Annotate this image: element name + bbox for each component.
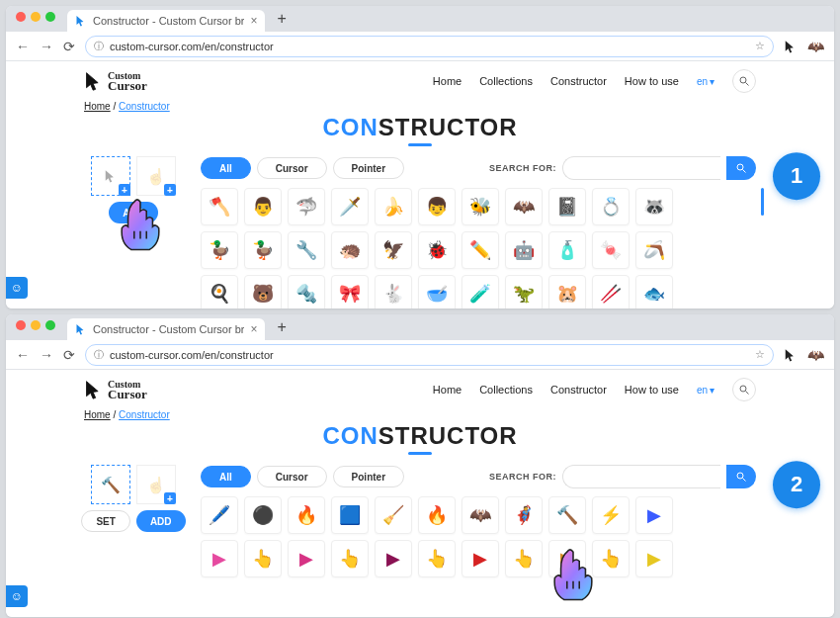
grid-cell[interactable]: 🦆 [244,231,282,269]
site-info-icon[interactable]: ⓘ [94,348,104,362]
forward-icon[interactable]: → [40,347,53,363]
filter-cursor[interactable]: Cursor [257,157,327,179]
close-tab-icon[interactable]: × [250,14,257,28]
add-button[interactable]: ADD [109,202,158,223]
grid-cell[interactable]: 🍌 [375,188,412,225]
close-window-icon[interactable] [16,320,26,330]
filter-cursor[interactable]: Cursor [257,466,327,487]
grid-cell[interactable]: 🧪 [462,275,499,309]
grid-cell[interactable]: ▶ [635,540,673,577]
feedback-tab[interactable]: ☺ [6,585,28,607]
maximize-window-icon[interactable] [45,320,55,330]
browser-tab[interactable]: Constructor - Custom Cursor br × [67,318,265,340]
grid-cell[interactable]: 👆 [331,540,369,577]
breadcrumb-home[interactable]: Home [84,101,111,112]
site-logo[interactable]: Custom Cursor [84,71,147,92]
grid-cell[interactable]: ▶ [548,540,586,577]
grid-cell[interactable]: ✏️ [462,231,499,269]
grid-cell[interactable]: 🖊️ [201,496,238,534]
grid-cell[interactable]: 🔥 [418,496,456,534]
nav-collections[interactable]: Collections [479,75,533,87]
grid-cell[interactable]: 🪃 [635,231,673,269]
scrollbar-thumb[interactable] [761,188,764,216]
grid-cell[interactable]: 🍬 [592,231,630,269]
grid-cell[interactable]: 🦖 [505,275,543,309]
grid-cell[interactable]: 🪓 [201,188,238,225]
pointer-slot[interactable]: ☝ + [136,156,176,196]
filter-all[interactable]: All [201,466,251,487]
grid-cell[interactable]: 👆 [244,540,282,577]
grid-cell[interactable]: 🐟 [635,275,673,309]
grid-cell[interactable]: 👆 [592,540,630,577]
grid-cell[interactable]: 🎀 [331,275,369,309]
grid-cell[interactable]: 🦸 [505,496,543,534]
grid-cell[interactable]: 🦔 [331,231,369,269]
grid-cell[interactable]: 🟦 [331,496,369,534]
grid-cell[interactable]: 🦇 [462,496,499,534]
grid-cell[interactable]: 🔥 [288,496,325,534]
nav-home[interactable]: Home [433,384,462,396]
reload-icon[interactable]: ⟳ [63,347,75,363]
browser-tab[interactable]: Constructor - Custom Cursor br × [67,10,265,32]
add-button[interactable]: ADD [136,510,186,532]
feedback-tab[interactable]: ☺ [6,277,28,299]
url-bar[interactable]: ⓘ custom-cursor.com/en/constructor ☆ [85,36,774,57]
grid-cell[interactable]: ⚫ [244,496,282,534]
grid-cell[interactable]: 🔩 [288,275,325,309]
grid-cell[interactable]: 🦅 [375,231,412,269]
grid-cell[interactable]: ▶ [375,540,412,577]
lang-switcher[interactable]: en ▾ [697,76,714,87]
grid-cell[interactable]: ⚡ [592,496,630,534]
grid-cell[interactable]: 📓 [548,188,586,225]
url-bar[interactable]: ⓘ custom-cursor.com/en/constructor ☆ [85,344,774,366]
extension-icon[interactable]: 🦇 [807,347,824,363]
nav-howto[interactable]: How to use [625,384,679,396]
grid-cell[interactable]: 🥢 [592,275,630,309]
maximize-window-icon[interactable] [45,12,55,22]
minimize-window-icon[interactable] [31,320,41,330]
forward-icon[interactable]: → [40,39,53,54]
cursor-slot[interactable]: 🔨 [91,465,130,504]
grid-cell[interactable]: 🧹 [375,496,412,534]
pointer-slot[interactable]: ☝ + [136,465,176,504]
close-window-icon[interactable] [16,12,26,22]
nav-constructor[interactable]: Constructor [550,384,607,396]
grid-cell[interactable]: 🤖 [505,231,543,269]
bookmark-icon[interactable]: ☆ [755,40,765,52]
nav-collections[interactable]: Collections [479,384,533,396]
back-icon[interactable]: ← [16,39,30,54]
grid-cell[interactable]: 👆 [418,540,456,577]
grid-cell[interactable]: ▶ [288,540,325,577]
grid-cell[interactable]: 🥣 [418,275,456,309]
grid-cell[interactable]: ▶ [462,540,499,577]
search-input[interactable] [562,156,720,180]
site-info-icon[interactable]: ⓘ [94,40,104,53]
nav-howto[interactable]: How to use [625,75,679,87]
grid-cell[interactable]: 💍 [592,188,630,225]
search-button[interactable] [726,465,756,488]
grid-cell[interactable]: ▶ [635,496,673,534]
grid-cell[interactable]: 🔨 [548,496,586,534]
reload-icon[interactable]: ⟳ [63,39,75,54]
nav-constructor[interactable]: Constructor [550,75,607,87]
grid-cell[interactable]: 🗡️ [331,188,369,225]
new-tab-button[interactable]: + [271,318,292,340]
close-tab-icon[interactable]: × [250,322,257,336]
grid-cell[interactable]: 🦆 [201,231,238,269]
breadcrumb-home[interactable]: Home [84,409,111,420]
grid-cell[interactable]: 🦇 [505,188,543,225]
grid-cell[interactable]: ▶ [201,540,238,577]
cursor-slot[interactable]: + [91,156,130,196]
grid-cell[interactable]: 👦 [418,188,456,225]
grid-cell[interactable]: 👨 [244,188,282,225]
grid-cell[interactable]: 🐻 [244,275,282,309]
grid-cell[interactable]: 🍳 [201,275,238,309]
grid-cell[interactable]: 🐹 [548,275,586,309]
grid-cell[interactable]: 🔧 [288,231,325,269]
search-button[interactable] [726,156,756,180]
grid-cell[interactable]: 🐇 [375,275,412,309]
extension-cursor-icon[interactable] [784,39,798,54]
header-search-button[interactable] [732,69,756,93]
grid-cell[interactable]: 👆 [505,540,543,577]
filter-pointer[interactable]: Pointer [333,466,404,487]
